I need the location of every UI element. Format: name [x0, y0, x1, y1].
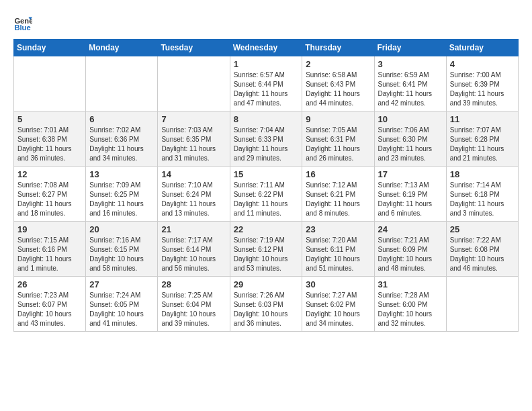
calendar-cell: 20Sunrise: 7:16 AM Sunset: 6:15 PM Dayli…	[86, 222, 158, 277]
day-number: 6	[89, 114, 154, 124]
weekday-header-thursday: Thursday	[302, 40, 374, 56]
calendar-cell: 22Sunrise: 7:19 AM Sunset: 6:12 PM Dayli…	[230, 222, 302, 277]
day-info: Sunrise: 7:04 AM Sunset: 6:33 PM Dayligh…	[234, 126, 299, 163]
calendar-cell	[446, 277, 518, 332]
calendar-cell: 26Sunrise: 7:23 AM Sunset: 6:07 PM Dayli…	[14, 277, 86, 332]
day-info: Sunrise: 7:02 AM Sunset: 6:36 PM Dayligh…	[89, 126, 154, 163]
day-number: 19	[17, 224, 82, 234]
day-number: 10	[378, 114, 443, 124]
day-number: 3	[378, 59, 443, 69]
day-number: 16	[306, 169, 370, 179]
calendar-cell: 24Sunrise: 7:21 AM Sunset: 6:09 PM Dayli…	[374, 222, 446, 277]
day-number: 18	[450, 169, 515, 179]
weekday-header-friday: Friday	[374, 40, 446, 56]
weekday-header-sunday: Sunday	[14, 40, 86, 56]
calendar-cell: 23Sunrise: 7:20 AM Sunset: 6:11 PM Dayli…	[302, 222, 374, 277]
calendar-cell: 18Sunrise: 7:14 AM Sunset: 6:18 PM Dayli…	[446, 167, 518, 222]
calendar-cell: 31Sunrise: 7:28 AM Sunset: 6:00 PM Dayli…	[374, 277, 446, 332]
day-number: 4	[450, 59, 515, 69]
calendar-cell	[86, 56, 158, 111]
day-number: 15	[234, 169, 299, 179]
calendar-cell: 12Sunrise: 7:08 AM Sunset: 6:27 PM Dayli…	[14, 167, 86, 222]
calendar-cell: 30Sunrise: 7:27 AM Sunset: 6:02 PM Dayli…	[302, 277, 374, 332]
day-info: Sunrise: 7:07 AM Sunset: 6:28 PM Dayligh…	[450, 126, 515, 163]
calendar-week-row: 19Sunrise: 7:15 AM Sunset: 6:16 PM Dayli…	[14, 222, 519, 277]
day-number: 27	[89, 279, 154, 289]
day-info: Sunrise: 6:57 AM Sunset: 6:44 PM Dayligh…	[234, 71, 299, 108]
day-number: 9	[306, 114, 370, 124]
calendar-cell: 5Sunrise: 7:01 AM Sunset: 6:38 PM Daylig…	[14, 111, 86, 167]
day-info: Sunrise: 7:21 AM Sunset: 6:09 PM Dayligh…	[378, 236, 443, 273]
calendar-cell: 29Sunrise: 7:26 AM Sunset: 6:03 PM Dayli…	[230, 277, 302, 332]
day-number: 26	[17, 279, 82, 289]
day-number: 25	[450, 224, 515, 234]
day-number: 5	[17, 114, 82, 124]
day-info: Sunrise: 7:28 AM Sunset: 6:00 PM Dayligh…	[378, 291, 443, 328]
day-info: Sunrise: 7:01 AM Sunset: 6:38 PM Dayligh…	[17, 126, 82, 163]
calendar-cell: 11Sunrise: 7:07 AM Sunset: 6:28 PM Dayli…	[446, 111, 518, 167]
calendar-cell: 28Sunrise: 7:25 AM Sunset: 6:04 PM Dayli…	[158, 277, 230, 332]
day-info: Sunrise: 7:14 AM Sunset: 6:18 PM Dayligh…	[450, 181, 515, 218]
weekday-header-monday: Monday	[86, 40, 158, 56]
svg-text:Blue: Blue	[14, 24, 30, 32]
calendar-week-row: 12Sunrise: 7:08 AM Sunset: 6:27 PM Dayli…	[14, 167, 519, 222]
calendar-week-row: 1Sunrise: 6:57 AM Sunset: 6:44 PM Daylig…	[14, 56, 519, 111]
day-info: Sunrise: 7:25 AM Sunset: 6:04 PM Dayligh…	[161, 291, 226, 328]
calendar-cell: 27Sunrise: 7:24 AM Sunset: 6:05 PM Dayli…	[86, 277, 158, 332]
day-info: Sunrise: 6:59 AM Sunset: 6:41 PM Dayligh…	[378, 71, 443, 108]
day-info: Sunrise: 7:06 AM Sunset: 6:30 PM Dayligh…	[378, 126, 443, 163]
calendar-cell: 25Sunrise: 7:22 AM Sunset: 6:08 PM Dayli…	[446, 222, 518, 277]
calendar-cell: 4Sunrise: 7:00 AM Sunset: 6:39 PM Daylig…	[446, 56, 518, 111]
day-info: Sunrise: 7:20 AM Sunset: 6:11 PM Dayligh…	[306, 236, 370, 273]
page-header: General Blue	[13, 13, 519, 32]
day-number: 11	[450, 114, 515, 124]
day-number: 14	[161, 169, 226, 179]
day-info: Sunrise: 7:27 AM Sunset: 6:02 PM Dayligh…	[306, 291, 370, 328]
day-info: Sunrise: 7:16 AM Sunset: 6:15 PM Dayligh…	[89, 236, 154, 273]
day-number: 8	[234, 114, 299, 124]
day-info: Sunrise: 7:22 AM Sunset: 6:08 PM Dayligh…	[450, 236, 515, 273]
day-info: Sunrise: 7:03 AM Sunset: 6:35 PM Dayligh…	[161, 126, 226, 163]
calendar-cell: 7Sunrise: 7:03 AM Sunset: 6:35 PM Daylig…	[158, 111, 230, 167]
day-number: 1	[234, 59, 299, 69]
day-number: 21	[161, 224, 226, 234]
day-info: Sunrise: 7:24 AM Sunset: 6:05 PM Dayligh…	[89, 291, 154, 328]
logo: General Blue	[13, 13, 32, 32]
calendar-cell	[14, 56, 86, 111]
day-info: Sunrise: 7:17 AM Sunset: 6:14 PM Dayligh…	[161, 236, 226, 273]
weekday-header-wednesday: Wednesday	[230, 40, 302, 56]
day-number: 22	[234, 224, 299, 234]
calendar-cell: 14Sunrise: 7:10 AM Sunset: 6:24 PM Dayli…	[158, 167, 230, 222]
calendar-cell: 15Sunrise: 7:11 AM Sunset: 6:22 PM Dayli…	[230, 167, 302, 222]
calendar-cell: 3Sunrise: 6:59 AM Sunset: 6:41 PM Daylig…	[374, 56, 446, 111]
day-number: 20	[89, 224, 154, 234]
weekday-header-tuesday: Tuesday	[158, 40, 230, 56]
calendar-cell: 8Sunrise: 7:04 AM Sunset: 6:33 PM Daylig…	[230, 111, 302, 167]
day-number: 23	[306, 224, 370, 234]
day-info: Sunrise: 7:00 AM Sunset: 6:39 PM Dayligh…	[450, 71, 515, 108]
day-info: Sunrise: 6:58 AM Sunset: 6:43 PM Dayligh…	[306, 71, 370, 108]
day-info: Sunrise: 7:10 AM Sunset: 6:24 PM Dayligh…	[161, 181, 226, 218]
day-info: Sunrise: 7:12 AM Sunset: 6:21 PM Dayligh…	[306, 181, 370, 218]
calendar-cell: 2Sunrise: 6:58 AM Sunset: 6:43 PM Daylig…	[302, 56, 374, 111]
calendar-week-row: 26Sunrise: 7:23 AM Sunset: 6:07 PM Dayli…	[14, 277, 519, 332]
calendar-cell: 9Sunrise: 7:05 AM Sunset: 6:31 PM Daylig…	[302, 111, 374, 167]
day-info: Sunrise: 7:13 AM Sunset: 6:19 PM Dayligh…	[378, 181, 443, 218]
calendar-cell: 17Sunrise: 7:13 AM Sunset: 6:19 PM Dayli…	[374, 167, 446, 222]
day-info: Sunrise: 7:23 AM Sunset: 6:07 PM Dayligh…	[17, 291, 82, 328]
calendar-week-row: 5Sunrise: 7:01 AM Sunset: 6:38 PM Daylig…	[14, 111, 519, 167]
calendar-cell: 13Sunrise: 7:09 AM Sunset: 6:25 PM Dayli…	[86, 167, 158, 222]
day-number: 28	[161, 279, 226, 289]
day-number: 13	[89, 169, 154, 179]
day-number: 24	[378, 224, 443, 234]
day-info: Sunrise: 7:11 AM Sunset: 6:22 PM Dayligh…	[234, 181, 299, 218]
calendar-cell: 10Sunrise: 7:06 AM Sunset: 6:30 PM Dayli…	[374, 111, 446, 167]
calendar-cell: 1Sunrise: 6:57 AM Sunset: 6:44 PM Daylig…	[230, 56, 302, 111]
weekday-header-row: SundayMondayTuesdayWednesdayThursdayFrid…	[14, 40, 519, 56]
weekday-header-saturday: Saturday	[446, 40, 518, 56]
calendar-cell	[158, 56, 230, 111]
day-number: 17	[378, 169, 443, 179]
calendar-cell: 6Sunrise: 7:02 AM Sunset: 6:36 PM Daylig…	[86, 111, 158, 167]
day-info: Sunrise: 7:05 AM Sunset: 6:31 PM Dayligh…	[306, 126, 370, 163]
day-info: Sunrise: 7:19 AM Sunset: 6:12 PM Dayligh…	[234, 236, 299, 273]
